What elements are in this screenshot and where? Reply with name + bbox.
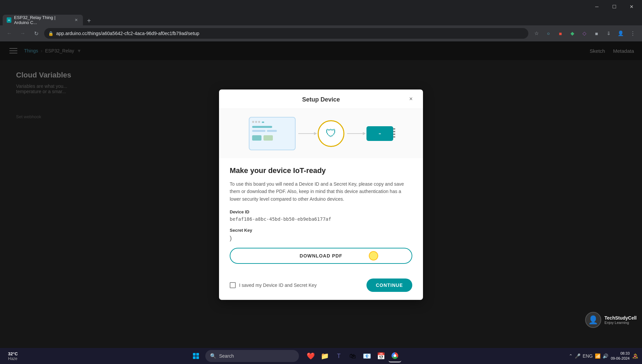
- secret-key-value: ): [230, 235, 412, 242]
- menu-button[interactable]: ⋮: [627, 28, 638, 39]
- taskbar-calendar-app[interactable]: 📅: [374, 350, 387, 362]
- save-confirmation-row: I saved my Device ID and Secret Key: [230, 282, 317, 288]
- refresh-button[interactable]: ↻: [31, 28, 41, 39]
- address-bar[interactable]: 🔒 app.arduino.cc/things/a60a5642-cfc2-4a…: [44, 28, 528, 39]
- modal-footer: I saved my Device ID and Secret Key CONT…: [219, 279, 423, 300]
- watermark-text-block: TechStudyCell Enjoy Learning: [605, 315, 637, 325]
- tab-close-button[interactable]: ✕: [74, 17, 79, 23]
- back-button[interactable]: ←: [4, 28, 15, 39]
- taskbar-teams-app[interactable]: T: [332, 350, 345, 362]
- illustration-shield: 🛡: [318, 120, 344, 147]
- nav-bar: ← → ↻ 🔒 app.arduino.cc/things/a60a5642-c…: [0, 25, 642, 41]
- connector-1: ▶: [296, 133, 318, 134]
- language-indicator[interactable]: ENG: [582, 353, 593, 359]
- extension-icon-4[interactable]: ◇: [579, 28, 590, 39]
- weather-widget: 32°C Haze: [4, 351, 22, 361]
- forward-button[interactable]: →: [17, 28, 28, 39]
- illustration-screen: ∞: [249, 117, 296, 150]
- extension-icon-1[interactable]: ○: [543, 28, 554, 39]
- app-body: Things › ESP32_Relay ▼ Sketch Metadata C…: [0, 41, 642, 348]
- modal-title: Setup Device: [302, 96, 340, 103]
- close-button[interactable]: ✕: [624, 0, 639, 13]
- new-tab-button[interactable]: +: [84, 16, 94, 25]
- volume-icon[interactable]: 🔊: [603, 353, 608, 359]
- windows-logo-icon: [193, 353, 199, 359]
- secret-key-label: Secret Key: [230, 228, 412, 233]
- weather-condition: Haze: [8, 356, 17, 361]
- mic-icon[interactable]: 🎤: [575, 353, 580, 359]
- profile-icon[interactable]: 👤: [615, 28, 626, 39]
- download-icon[interactable]: ⇓: [603, 28, 614, 39]
- cursor-indicator: [369, 251, 378, 260]
- url-text: app.arduino.cc/things/a60a5642-cfc2-4aca…: [56, 31, 199, 36]
- modal-overlay: Setup Device × ∞: [0, 41, 642, 348]
- extension-icon-2[interactable]: ■: [555, 28, 566, 39]
- connector-2: ▶: [344, 133, 366, 134]
- clock-date: 09-06-2024: [611, 356, 630, 361]
- taskbar-store-app[interactable]: 🛍: [346, 350, 359, 362]
- continue-button[interactable]: CONTINUE: [366, 279, 412, 292]
- save-confirmation-checkbox[interactable]: [230, 282, 236, 288]
- modal-illustration: ∞ ▶: [219, 109, 423, 158]
- taskbar-chrome-app[interactable]: [389, 350, 401, 362]
- setup-device-modal: Setup Device × ∞: [219, 89, 423, 300]
- tab-title: ESP32_Relay Thing | Arduino C...: [14, 15, 71, 25]
- taskbar-mail-app[interactable]: 📧: [360, 350, 373, 362]
- active-tab[interactable]: ∞ ESP32_Relay Thing | Arduino C... ✕: [3, 15, 83, 25]
- watermark-subtitle: Enjoy Learning: [605, 321, 637, 325]
- bookmark-button[interactable]: ☆: [531, 28, 542, 39]
- notification-icon[interactable]: 🔔 1: [632, 353, 638, 359]
- taskbar-right: ⌃ 🎤 ENG 📶 🔊 08:33 09-06-2024 🔔 1: [569, 351, 638, 361]
- modal-header: Setup Device ×: [219, 89, 423, 109]
- device-id-label: Device ID: [230, 209, 412, 214]
- taskbar: 32°C Haze 🔍 Search ❤️ 📁 T 🛍 📧 📅: [0, 348, 642, 364]
- watermark-channel-name: TechStudyCell: [605, 315, 637, 321]
- modal-main-title: Make your device IoT-ready: [230, 166, 412, 175]
- watermark: 👤 TechStudyCell Enjoy Learning: [585, 312, 637, 328]
- taskbar-center: 🔍 Search ❤️ 📁 T 🛍 📧 📅: [22, 349, 569, 363]
- minimize-button[interactable]: ─: [589, 0, 605, 13]
- tab-favicon: ∞: [7, 17, 11, 23]
- tray-chevron-icon[interactable]: ⌃: [569, 353, 573, 359]
- taskbar-folder-app[interactable]: 📁: [318, 350, 331, 362]
- nav-icons: ☆ ○ ■ ◆ ◇ ■ ⇓ 👤 ⋮: [531, 28, 638, 39]
- lock-icon: 🔒: [48, 31, 54, 36]
- notification-badge: 1: [633, 355, 637, 358]
- window-controls: ─ ☐ ✕: [589, 0, 639, 13]
- weather-temperature: 32°C: [8, 351, 18, 356]
- wifi-icon[interactable]: 📶: [595, 353, 601, 359]
- download-pdf-button[interactable]: DOWNLOAD PDF: [230, 248, 412, 264]
- watermark-avatar: 👤: [585, 312, 601, 328]
- start-button[interactable]: [189, 349, 203, 363]
- title-bar: ─ ☐ ✕: [0, 0, 642, 13]
- maximize-button[interactable]: ☐: [607, 0, 622, 13]
- modal-close-button[interactable]: ×: [406, 94, 416, 104]
- modal-description: To use this board you will need a Device…: [230, 180, 412, 203]
- tab-bar: ∞ ESP32_Relay Thing | Arduino C... ✕ +: [0, 13, 642, 25]
- system-tray: ⌃ 🎤 ENG 📶 🔊: [569, 353, 608, 359]
- taskbar-app-icons: ❤️ 📁 T 🛍 📧 📅: [304, 350, 401, 362]
- search-icon: 🔍: [210, 353, 216, 359]
- extension-icon-5[interactable]: ■: [591, 28, 602, 39]
- taskbar-search[interactable]: 🔍 Search: [205, 350, 299, 362]
- search-text: Search: [219, 353, 234, 359]
- clock-time: 08:33: [620, 351, 630, 356]
- datetime-widget[interactable]: 08:33 09-06-2024: [611, 351, 630, 361]
- taskbar-heart-app[interactable]: ❤️: [304, 350, 317, 362]
- save-confirmation-label: I saved my Device ID and Secret Key: [239, 283, 317, 288]
- extension-icon-3[interactable]: ◆: [567, 28, 578, 39]
- modal-body: Make your device IoT-ready To use this b…: [219, 158, 423, 279]
- illustration-board: ∞: [366, 126, 393, 141]
- device-id-value: befaf186-a8bc-45bd-bb50-eb9eba6177af: [230, 216, 412, 222]
